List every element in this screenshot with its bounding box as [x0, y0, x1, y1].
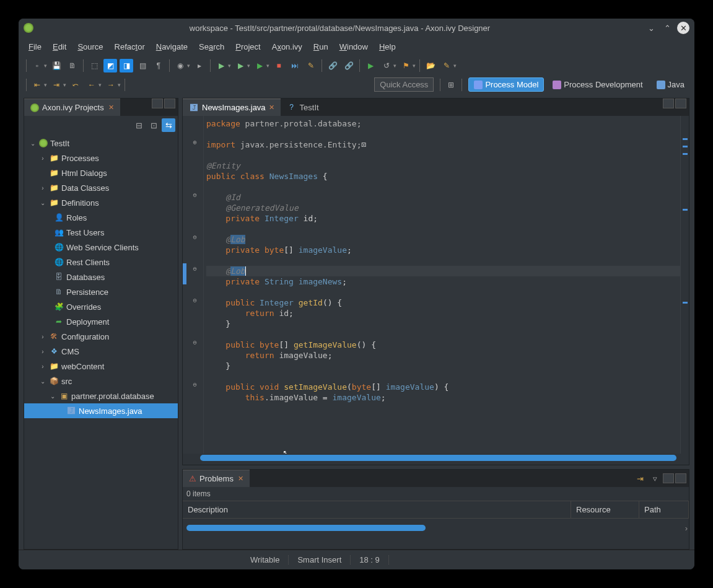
- stop-button[interactable]: ■: [272, 59, 286, 72]
- col-description[interactable]: Description: [183, 501, 571, 518]
- bookmark-icon[interactable]: ⚑: [399, 59, 413, 72]
- maximize-view-button[interactable]: [675, 99, 686, 108]
- new-button[interactable]: ▫: [30, 59, 44, 72]
- chevron-down-icon[interactable]: ▾: [44, 63, 47, 69]
- menu-window[interactable]: Window: [335, 40, 373, 54]
- tree-project[interactable]: ⌄TestIt: [24, 136, 178, 151]
- editor-hscrollbar[interactable]: [200, 454, 680, 462]
- expand-all-button[interactable]: ⊡: [147, 118, 160, 132]
- chevron-down-icon[interactable]: ▾: [393, 63, 396, 69]
- close-button[interactable]: ✕: [677, 22, 689, 34]
- edit-icon[interactable]: ✎: [440, 59, 453, 72]
- maximize-button[interactable]: ⌃: [661, 22, 673, 34]
- collapse-all-button[interactable]: ⊟: [132, 118, 146, 132]
- tree-ws-clients[interactable]: 🌐Web Service Clients: [24, 240, 178, 255]
- perspective-process-model[interactable]: Process Model: [468, 77, 544, 92]
- perspective-process-dev[interactable]: Process Development: [548, 78, 647, 91]
- menu-axonivy[interactable]: Axon.ivy: [267, 40, 307, 54]
- menu-search[interactable]: Search: [194, 40, 229, 54]
- gutter[interactable]: [186, 116, 204, 454]
- code-area[interactable]: package partner.protal.database; import …: [204, 116, 680, 454]
- skip-button[interactable]: ⏭: [288, 59, 302, 72]
- open-perspective-icon[interactable]: ⊞: [444, 78, 458, 92]
- view-menu-button[interactable]: ▿: [648, 472, 662, 485]
- nav-fwd-icon[interactable]: →: [104, 78, 118, 92]
- run-engine-icon[interactable]: ▸: [193, 59, 206, 72]
- chevron-down-icon[interactable]: ▾: [247, 63, 250, 69]
- col-path[interactable]: Path: [639, 501, 689, 518]
- tab-problems[interactable]: ⚠ Problems ✕: [183, 470, 250, 487]
- tree-src[interactable]: ⌄📦src: [24, 374, 178, 388]
- show-whitespace-button[interactable]: ▤: [136, 59, 149, 72]
- tree-html-dialogs[interactable]: 📁Html Dialogs: [24, 165, 178, 180]
- minimize-view-button[interactable]: [663, 473, 674, 483]
- menu-edit[interactable]: Edit: [48, 40, 71, 54]
- chevron-down-icon[interactable]: ▾: [118, 82, 121, 88]
- close-icon[interactable]: ✕: [238, 475, 243, 483]
- chevron-down-icon[interactable]: ▾: [413, 63, 416, 69]
- pilcrow-icon[interactable]: ¶: [152, 59, 165, 72]
- menu-source[interactable]: Source: [72, 40, 108, 54]
- editor-tab-newsimages[interactable]: 🅹 NewsImages.java ✕: [183, 99, 281, 116]
- tab-axonivy-projects[interactable]: Axon.ivy Projects ✕: [24, 99, 120, 116]
- save-all-button[interactable]: 🗎: [66, 59, 79, 72]
- breakpoint-icon[interactable]: ✎: [304, 59, 318, 72]
- maximize-view-button[interactable]: [675, 473, 686, 483]
- overview-ruler[interactable]: [680, 116, 689, 454]
- tree-rest-clients[interactable]: 🌐Rest Clients: [24, 255, 178, 270]
- nav-annotation-icon[interactable]: ⇥: [50, 78, 63, 92]
- minimize-view-button[interactable]: [663, 99, 674, 108]
- editor-body[interactable]: package partner.protal.database; import …: [183, 116, 689, 454]
- chevron-down-icon[interactable]: ▾: [266, 63, 269, 69]
- tree-file-newsimages[interactable]: 🅹NewsImages.java: [24, 403, 178, 418]
- menu-navigate[interactable]: Navigate: [151, 40, 193, 54]
- menu-project[interactable]: Project: [230, 40, 265, 54]
- coverage-button[interactable]: ▶: [253, 59, 266, 72]
- tree-test-users[interactable]: 👥Test Users: [24, 225, 178, 240]
- nav-last-edit-icon[interactable]: ⇤: [30, 78, 44, 92]
- tree-data-classes[interactable]: ›📁Data Classes: [24, 180, 178, 195]
- tree-package[interactable]: ⌄▣partner.protal.database: [24, 388, 178, 403]
- history-icon[interactable]: ↺: [380, 59, 393, 72]
- menu-refactor[interactable]: Refactor: [110, 40, 150, 54]
- close-icon[interactable]: ✕: [108, 103, 114, 112]
- chevron-down-icon[interactable]: ▾: [98, 82, 102, 88]
- tree-webcontent[interactable]: ›📁webContent: [24, 359, 178, 374]
- minimize-view-button[interactable]: [152, 99, 163, 108]
- link-with-editor-button[interactable]: ⇆: [162, 118, 175, 132]
- tree-definitions[interactable]: ⌄📁Definitions: [24, 195, 178, 210]
- link-icon[interactable]: 🔗: [326, 59, 339, 72]
- tree-deployment[interactable]: ➦Deployment: [24, 314, 178, 329]
- quick-access-input[interactable]: Quick Access: [374, 77, 434, 92]
- tree-configuration[interactable]: ›🛠Configuration: [24, 329, 178, 344]
- tree-cms[interactable]: ›❖CMS: [24, 344, 178, 359]
- menu-file[interactable]: File: [24, 40, 46, 54]
- tree-databases[interactable]: 🗄Databases: [24, 270, 178, 284]
- chevron-down-icon[interactable]: ▾: [63, 82, 66, 88]
- chevron-down-icon[interactable]: ▾: [453, 63, 457, 69]
- focus-button[interactable]: ⇥: [633, 472, 647, 485]
- chevron-down-icon[interactable]: ▾: [187, 63, 190, 69]
- open-type-button[interactable]: ⬚: [87, 59, 101, 72]
- menu-run[interactable]: Run: [308, 40, 333, 54]
- tree-persistence[interactable]: 🗎Persistence: [24, 284, 178, 299]
- chevron-down-icon[interactable]: ▾: [228, 63, 231, 69]
- run-button[interactable]: ▶: [234, 59, 247, 72]
- chevron-down-icon[interactable]: ▾: [44, 82, 47, 88]
- close-icon[interactable]: ✕: [269, 103, 274, 112]
- nav-back-last-icon[interactable]: ⤺: [69, 78, 82, 92]
- toggle-block-button[interactable]: ◨: [120, 59, 133, 72]
- debug-button[interactable]: ▶: [214, 59, 228, 72]
- menu-help[interactable]: Help: [374, 40, 401, 54]
- project-tree[interactable]: ⌄TestIt ›📁Processes 📁Html Dialogs ›📁Data…: [24, 134, 178, 549]
- toggle-mark-button[interactable]: ◩: [103, 59, 117, 72]
- tree-roles[interactable]: 👤Roles: [24, 210, 178, 225]
- problems-hscrollbar[interactable]: ›: [186, 524, 685, 532]
- open-folder-icon[interactable]: 📂: [424, 59, 437, 72]
- minimize-button[interactable]: ⌄: [645, 22, 657, 34]
- link2-icon[interactable]: 🔗: [342, 59, 356, 72]
- col-resource[interactable]: Resource: [571, 501, 639, 518]
- engine-button[interactable]: ◉: [173, 59, 187, 72]
- play-icon[interactable]: ▶: [364, 59, 377, 72]
- perspective-java[interactable]: Java: [652, 78, 689, 91]
